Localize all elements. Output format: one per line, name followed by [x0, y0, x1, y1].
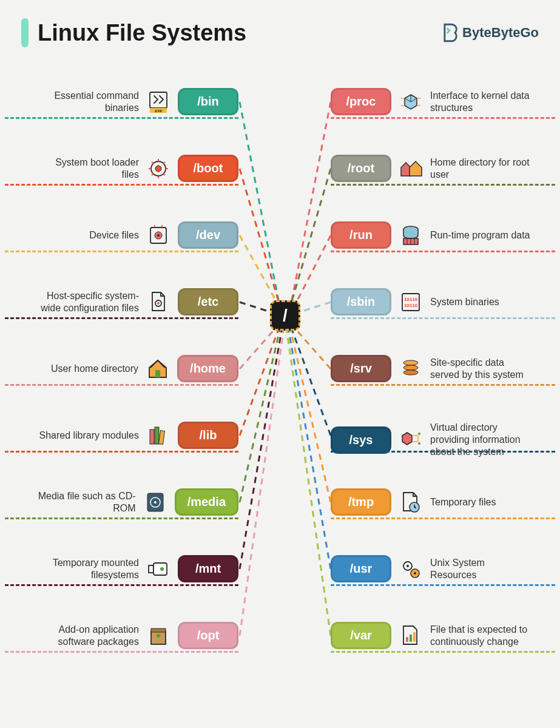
device-icon	[146, 223, 170, 248]
stack-icon	[399, 357, 423, 381]
description: Virtual directory providing information …	[430, 422, 533, 458]
houses-icon	[399, 157, 423, 181]
svg-point-27	[157, 302, 160, 305]
svg-line-12	[299, 302, 331, 312]
brand-text: ByteByteGo	[462, 25, 539, 41]
svg-point-46	[403, 365, 418, 370]
svg-text:.EXE: .EXE	[154, 109, 163, 112]
underline	[331, 251, 555, 252]
root-label: /	[283, 306, 288, 325]
underline	[331, 384, 555, 386]
svg-point-22	[155, 166, 161, 172]
fs-entry-root: /rootHome directory for root user	[331, 155, 533, 182]
root-node: /	[270, 300, 300, 331]
svg-line-14	[291, 328, 331, 436]
cube-icon	[399, 428, 423, 452]
svg-rect-31	[158, 430, 164, 444]
file-clock-icon	[399, 490, 423, 514]
underline	[331, 317, 555, 319]
path-pill: /lib	[178, 422, 238, 449]
svg-line-10	[291, 169, 331, 303]
path-pill: /sbin	[331, 288, 391, 315]
accent-bar	[21, 18, 29, 47]
description: Essential command binaries	[36, 90, 139, 114]
svg-rect-56	[410, 635, 412, 642]
underline	[331, 451, 555, 453]
description: Host-specific system-wide configuration …	[36, 290, 139, 314]
svg-point-47	[403, 370, 418, 375]
description: Media file such as CD-ROM	[33, 490, 136, 514]
svg-point-49	[418, 442, 420, 445]
svg-line-6	[240, 328, 280, 502]
path-pill: /tmp	[331, 488, 391, 516]
description: User home directory	[51, 363, 138, 375]
path-pill: /run	[331, 221, 391, 249]
path-pill: /boot	[178, 155, 238, 182]
underline	[5, 517, 238, 519]
brand-logo: ByteByteGo	[442, 23, 539, 42]
brand-icon	[442, 23, 459, 42]
fs-entry-tmp: /tmpTemporary files	[331, 488, 496, 516]
underline	[331, 117, 555, 119]
svg-rect-28	[155, 370, 160, 377]
svg-text:10110: 10110	[404, 303, 418, 308]
underline	[5, 251, 238, 252]
binary-icon: 1011010110	[399, 290, 423, 314]
underline	[5, 184, 238, 186]
description: Run-time program data	[430, 229, 530, 241]
underline	[331, 517, 555, 519]
svg-rect-39	[151, 629, 166, 632]
svg-line-15	[290, 328, 331, 502]
svg-point-45	[403, 360, 418, 365]
underline	[5, 317, 238, 319]
svg-line-16	[288, 328, 331, 569]
svg-rect-35	[149, 565, 153, 573]
fs-entry-opt: /optAdd-on application software packages	[36, 622, 238, 649]
path-pill: /root	[331, 155, 391, 182]
underline	[5, 651, 238, 653]
svg-line-1	[240, 169, 279, 303]
underline	[331, 184, 555, 186]
description: Temporary mounted filesystems	[36, 557, 139, 581]
fs-entry-proc: /procInterface to kernel data structures	[331, 88, 533, 115]
svg-point-25	[157, 234, 160, 237]
svg-line-5	[240, 328, 279, 436]
fs-entry-dev: /devDevice files	[89, 221, 238, 249]
svg-line-9	[291, 102, 331, 303]
config-icon	[146, 290, 170, 314]
db-icon	[399, 223, 423, 248]
description: File that is expected to continuously ch…	[430, 624, 533, 648]
usb-icon	[146, 557, 170, 581]
description: Add-on application software packages	[36, 624, 139, 648]
svg-line-17	[286, 328, 331, 636]
svg-rect-29	[150, 430, 154, 444]
books-icon	[146, 423, 170, 448]
svg-line-2	[240, 235, 279, 306]
svg-text:10110: 10110	[404, 297, 418, 302]
underline	[5, 117, 238, 119]
path-pill: /media	[175, 488, 238, 516]
svg-line-3	[240, 302, 272, 312]
underline	[5, 384, 238, 386]
path-pill: /sys	[331, 426, 391, 454]
path-pill: /mnt	[178, 555, 238, 582]
underline	[5, 584, 238, 586]
path-pill: /proc	[331, 88, 391, 115]
svg-rect-18	[150, 92, 167, 108]
svg-line-7	[240, 328, 282, 569]
path-pill: /etc	[178, 288, 238, 315]
gears-icon	[399, 557, 423, 581]
path-pill: /opt	[178, 622, 238, 649]
description: System binaries	[430, 296, 499, 308]
description: System boot loader files	[36, 157, 139, 181]
fs-entry-home: /homeUser home directory	[51, 355, 238, 382]
fs-entry-sys: /sysVirtual directory providing informat…	[331, 422, 533, 458]
description: Site-specific data served by this system	[430, 357, 533, 381]
underline	[331, 651, 555, 653]
package-icon	[146, 624, 170, 648]
path-pill: /home	[177, 355, 238, 382]
svg-point-34	[154, 501, 157, 504]
svg-rect-55	[406, 637, 408, 642]
fs-entry-var: /varFile that is expected to continuousl…	[331, 622, 533, 649]
underline	[5, 451, 238, 453]
